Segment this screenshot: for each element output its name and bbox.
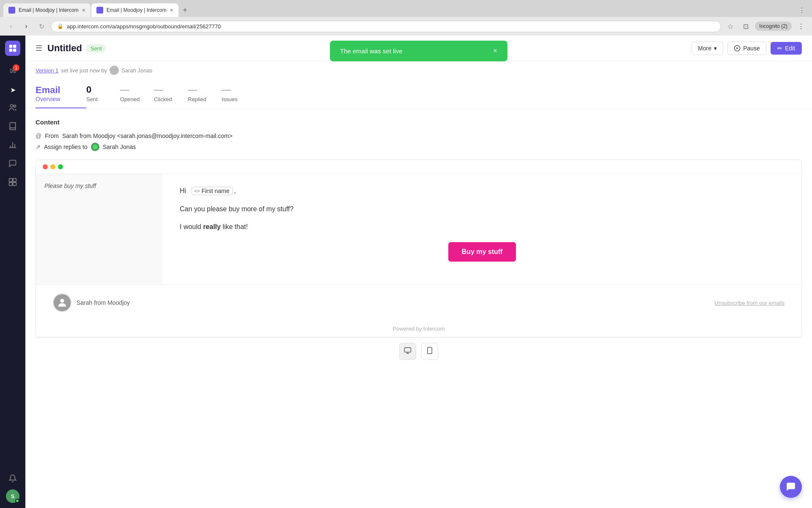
forward-button[interactable]: › (20, 20, 32, 32)
messages-icon (8, 159, 17, 170)
sidebar-item-notifications[interactable] (4, 471, 21, 488)
stat-value-issues: — (222, 84, 231, 95)
edit-button[interactable]: ✏ Edit (771, 42, 802, 55)
email-frame-header (36, 160, 801, 174)
mobile-view-button[interactable] (421, 343, 438, 360)
knowledge-icon (8, 122, 17, 133)
bookmark-icon[interactable]: ☆ (724, 20, 736, 32)
browser-menu-icon[interactable]: ⋮ (795, 20, 807, 32)
chat-widget-button[interactable] (780, 476, 802, 498)
assignee-online-dot (93, 144, 98, 149)
assignee-name: Sarah Jonas (103, 144, 136, 150)
content-section: Content @ From Sarah from Moodjoy <sarah… (25, 108, 812, 375)
assign-row: ↗ Assign replies to Sarah Jonas (36, 143, 802, 151)
email-footer: Sarah from Moodjoy Unsubscribe from our … (36, 284, 801, 320)
at-icon: @ (36, 133, 41, 139)
sidebar-item-knowledge[interactable] (4, 119, 21, 135)
email-greeting: Hi <> First name , (180, 187, 785, 195)
more-chevron-icon: ▾ (714, 45, 717, 52)
email-body-wrapper: Please buy my stuff Hi <> First name , (36, 174, 801, 284)
page-header: ☰ Untitled Sent The email was set live ×… (25, 36, 812, 61)
stat-value-sent: 0 (86, 84, 91, 95)
edit-label: Edit (785, 45, 795, 52)
email-center-panel: Hi <> First name , Can you please buy mo… (163, 174, 801, 284)
stat-tab-clicked[interactable]: — Clicked (154, 79, 188, 108)
email-tab-word1: Email (36, 85, 76, 96)
svg-point-18 (60, 299, 64, 303)
back-button[interactable]: ‹ (5, 20, 17, 32)
user-avatar[interactable]: S (6, 489, 19, 503)
more-button[interactable]: More ▾ (691, 41, 723, 55)
stat-name-opened: Opened (120, 96, 140, 102)
notifications-icon (8, 474, 17, 485)
lock-icon: 🔒 (57, 23, 63, 29)
more-label: More (698, 45, 711, 52)
url-text: app.intercom.com/a/apps/nnsgmgob/outboun… (67, 23, 715, 30)
logo-icon (8, 44, 17, 53)
chat-widget-icon (785, 481, 796, 492)
sidebar: ✉ 1 ➤ (0, 36, 25, 508)
svg-rect-13 (13, 182, 16, 185)
sidebar-item-contacts[interactable] (4, 100, 21, 117)
stat-tab-replied[interactable]: — Replied (188, 79, 222, 108)
stat-tab-sent[interactable]: 0 Sent (86, 79, 120, 108)
toast-close-button[interactable]: × (493, 47, 497, 55)
greeting-suffix: , (234, 187, 236, 195)
email-body-line1: Can you please buy more of my stuff? (180, 204, 785, 215)
sidebar-item-messages[interactable] (4, 156, 21, 173)
stat-tab-issues[interactable]: — Issues (222, 79, 255, 108)
browser-tab-2[interactable]: Email | Moodjoy | Intercom × (91, 3, 178, 17)
pause-icon (734, 45, 741, 52)
cta-button[interactable]: Buy my stuff (448, 242, 516, 262)
sidebar-item-apps[interactable] (4, 174, 21, 191)
browser-toolbar: ‹ › ↻ 🔒 app.intercom.com/a/apps/nnsgmgob… (0, 17, 812, 36)
address-bar[interactable]: 🔒 app.intercom.com/a/apps/nnsgmgob/outbo… (51, 21, 721, 32)
svg-rect-19 (405, 348, 411, 352)
inbox-badge: 1 (13, 64, 19, 71)
avatar-initials: S (11, 493, 15, 500)
toast-notification: The email was set live × (330, 41, 508, 61)
version-link[interactable]: Version 1 (36, 67, 58, 74)
stat-tab-opened[interactable]: — Opened (120, 79, 154, 108)
reports-icon (8, 141, 17, 151)
hamburger-menu[interactable]: ☰ (36, 44, 42, 53)
footer-avatar (53, 293, 71, 312)
desktop-view-button[interactable] (399, 343, 416, 360)
profile-chip[interactable]: Incognito (2) (755, 22, 792, 31)
sidebar-item-inbox[interactable]: ✉ 1 (4, 63, 21, 80)
tab-overflow[interactable]: ⋮ (795, 6, 809, 14)
frame-dot-red (43, 164, 48, 169)
content-meta: @ From Sarah from Moodjoy <sarah.jonas@m… (36, 133, 802, 151)
app-logo[interactable] (5, 41, 20, 56)
new-tab-button[interactable]: + (179, 4, 191, 16)
reload-button[interactable]: ↻ (36, 20, 47, 32)
svg-rect-12 (9, 182, 13, 185)
pause-svg-icon (734, 45, 741, 52)
pause-button[interactable]: Pause (727, 41, 766, 55)
email-overview-tab[interactable]: Email Overview (36, 80, 86, 108)
email-left-panel: Please buy my stuff (36, 174, 163, 284)
version-author-name: Sarah Jonas (121, 67, 152, 74)
title-group: Untitled Sent (47, 43, 106, 54)
assignee-avatar (91, 143, 99, 151)
toast-message: The email was set live (340, 47, 403, 55)
body-line2-suffix: like that! (221, 223, 248, 230)
footer-sender-name: Sarah from Moodjoy (77, 299, 130, 306)
stat-name-issues: Issues (222, 96, 238, 102)
body-line2-prefix: I would (180, 223, 203, 230)
tab-close-2[interactable]: × (170, 7, 173, 14)
main-content: ☰ Untitled Sent The email was set live ×… (25, 36, 812, 508)
tab-icon-1 (8, 7, 15, 14)
extension-icon[interactable]: ⊡ (740, 20, 752, 32)
bottom-toolbar (36, 337, 802, 365)
svg-rect-10 (9, 178, 13, 182)
sidebar-item-reports[interactable] (4, 137, 21, 154)
browser-tab-1[interactable]: Email | Moodjoy | Intercom × (3, 3, 91, 17)
email-preview-frame: Please buy my stuff Hi <> First name , (36, 160, 802, 337)
outbound-icon: ➤ (10, 86, 16, 94)
tab-close-1[interactable]: × (82, 7, 85, 14)
email-subject: Please buy my stuff (44, 182, 154, 189)
desktop-icon (404, 347, 411, 356)
unsubscribe-link[interactable]: Unsubscribe from our emails (715, 300, 785, 306)
sidebar-item-outbound[interactable]: ➤ (4, 81, 21, 98)
